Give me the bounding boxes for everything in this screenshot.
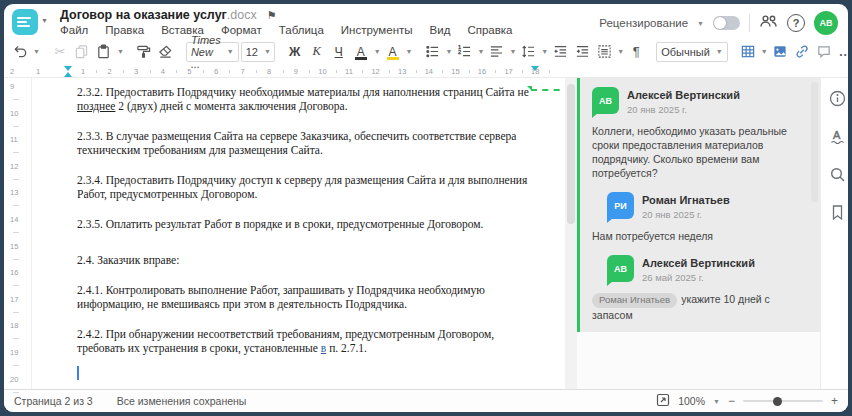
paragraph-2-4-2: 2.4.2. При обнаружении несоответствий тр… <box>77 328 541 355</box>
text-cursor <box>77 366 79 380</box>
left-indent-marker[interactable] <box>64 72 72 77</box>
bold-button[interactable]: Ж <box>285 41 305 63</box>
horizontal-ruler[interactable]: 21123456789101112131415161718 <box>4 65 848 78</box>
undo-button[interactable] <box>10 41 30 63</box>
borders-chevron-down-icon[interactable]: ▼ <box>617 48 624 55</box>
menu-view[interactable]: Вид <box>430 24 451 36</box>
menu-help[interactable]: Справка <box>467 24 512 36</box>
bookmark-icon[interactable] <box>829 204 846 225</box>
document-title-extension: .docx <box>227 8 257 22</box>
info-icon[interactable] <box>829 90 846 111</box>
comment-item: АВ Алексей Вертинский 20 янв 2025 г. Кол… <box>592 87 808 180</box>
cut-icon[interactable]: ✂ <box>50 41 70 63</box>
link-icon[interactable] <box>792 41 812 63</box>
italic-button[interactable]: К <box>307 41 327 63</box>
comment-text: Роман Игнатьевукажите 10 дней с запасом <box>592 292 808 322</box>
document-scrollbar[interactable] <box>565 78 577 389</box>
first-line-indent-marker[interactable] <box>64 66 72 71</box>
table-icon[interactable] <box>738 41 758 63</box>
underline-button[interactable]: Ч <box>329 41 349 63</box>
comment-date: 20 янв 2025 г. <box>627 104 740 115</box>
zoom-out-button[interactable]: − <box>728 394 735 408</box>
header-right: Рецензирование ▼ ? АВ <box>599 11 838 35</box>
logo-chevron-down-icon[interactable]: ▼ <box>41 17 48 24</box>
save-status-label: Все изменения сохранены <box>117 395 247 407</box>
comments-panel: АВ Алексей Вертинский 20 янв 2025 г. Кол… <box>577 78 820 389</box>
menu-edit[interactable]: Правка <box>105 24 144 36</box>
paragraph-2-3-4: 2.3.4. Предоставить Подрядчику доступ к … <box>77 174 541 201</box>
paragraph-borders-icon[interactable] <box>594 41 614 63</box>
main-area: 91011121314151617181920 2.3.2. Предостав… <box>4 78 848 389</box>
vertical-ruler[interactable]: 91011121314151617181920 <box>4 78 32 389</box>
font-color-chevron-down-icon[interactable]: ▼ <box>374 48 381 55</box>
align-chevron-down-icon[interactable]: ▼ <box>509 48 516 55</box>
format-painter-icon[interactable] <box>134 41 154 63</box>
zoom-in-button[interactable]: + <box>831 394 838 408</box>
font-color-button[interactable]: А <box>354 45 368 59</box>
mention-badge[interactable]: Роман Игнатьев <box>592 293 677 308</box>
comment-icon[interactable] <box>814 41 834 63</box>
line-spacing-icon[interactable] <box>518 41 538 63</box>
help-icon[interactable]: ? <box>787 14 805 32</box>
zoom-chevron-down-icon[interactable]: ▼ <box>713 398 720 405</box>
tracked-insertion: позднее <box>77 100 115 112</box>
comment-connector-arrow <box>527 86 532 91</box>
more-tools-button[interactable]: ... <box>836 41 848 63</box>
paragraph-style-select[interactable]: Обычный▼ <box>656 42 728 62</box>
search-icon[interactable] <box>829 166 846 187</box>
svg-text:2: 2 <box>458 49 461 55</box>
document-text[interactable]: 2.3.2. Предоставить Подрядчику необходим… <box>77 86 541 380</box>
numbered-list-chevron-down-icon[interactable]: ▼ <box>477 48 484 55</box>
review-chevron-down-icon[interactable]: ▼ <box>697 20 704 27</box>
toolbar: ▼ ✂ ▼ Times New ...▼ 12▼ Ж К Ч А▼ А▼ ▼ 1… <box>4 38 848 65</box>
numbered-list-icon[interactable]: 12 <box>454 41 474 63</box>
app-logo-icon[interactable] <box>12 9 38 35</box>
flag-icon[interactable]: ⚑ <box>267 9 277 21</box>
fit-page-icon[interactable] <box>656 393 670 409</box>
font-size-select[interactable]: 12▼ <box>241 42 275 62</box>
page-count-label[interactable]: Страница 2 из 3 <box>14 395 93 407</box>
comment-reply-item: РИ Роман Игнатьев 20 янв 2025 г. Нам пот… <box>592 192 808 243</box>
menu-table[interactable]: Таблица <box>279 24 324 36</box>
menu-format[interactable]: Формат <box>221 24 262 36</box>
collaborators-icon[interactable] <box>759 13 778 33</box>
clear-style-icon[interactable] <box>156 41 176 63</box>
font-name-select[interactable]: Times New ...▼ <box>186 42 239 62</box>
bullet-list-icon[interactable] <box>423 41 443 63</box>
line-spacing-chevron-down-icon[interactable]: ▼ <box>541 48 548 55</box>
document-title: Договор на оказание услуг.docx⚑ <box>60 8 277 22</box>
undo-chevron-down-icon[interactable]: ▼ <box>33 48 40 55</box>
copy-icon[interactable] <box>72 41 92 63</box>
menu-tools[interactable]: Инструменты <box>341 24 413 36</box>
comment-thread[interactable]: АВ Алексей Вертинский 20 янв 2025 г. Кол… <box>577 78 820 332</box>
bullet-list-chevron-down-icon[interactable]: ▼ <box>446 48 453 55</box>
table-chevron-down-icon[interactable]: ▼ <box>761 48 768 55</box>
pilcrow-icon[interactable]: ¶ <box>626 41 646 63</box>
decrease-indent-icon[interactable] <box>550 41 570 63</box>
comments-scrollbar[interactable] <box>811 82 818 202</box>
paragraph-2-4: 2.4. Заказчик вправе: <box>77 254 541 268</box>
right-sidebar: A <box>820 78 848 389</box>
zoom-slider-thumb[interactable] <box>773 397 782 406</box>
review-toggle[interactable] <box>713 16 740 30</box>
menu-file[interactable]: Файл <box>60 24 88 36</box>
align-icon[interactable] <box>486 41 506 63</box>
zoom-slider[interactable] <box>743 400 823 402</box>
comment-author: Алексей Вертинский <box>642 255 755 269</box>
spellcheck-icon[interactable]: A <box>829 128 846 149</box>
zoom-level-label[interactable]: 100% <box>678 395 705 407</box>
document-page[interactable]: 2.3.2. Предоставить Подрядчику необходим… <box>32 78 565 389</box>
increase-indent-icon[interactable] <box>572 41 592 63</box>
highlight-color-button[interactable]: А <box>386 45 400 59</box>
image-icon[interactable] <box>770 41 790 63</box>
comment-avatar: АВ <box>607 255 634 282</box>
paste-icon[interactable] <box>94 41 114 63</box>
user-avatar[interactable]: АВ <box>814 11 838 35</box>
highlight-chevron-down-icon[interactable]: ▼ <box>406 48 413 55</box>
menu-insert[interactable]: Вставка <box>161 24 204 36</box>
app-window: ▼ Договор на оказание услуг.docx⚑ Файл П… <box>4 4 848 412</box>
paste-chevron-down-icon[interactable]: ▼ <box>117 48 124 55</box>
comment-text: Коллеги, необходимо указать реальные сро… <box>592 124 808 180</box>
review-mode-label[interactable]: Рецензирование <box>599 17 688 29</box>
comment-reply-item: АВ Алексей Вертинский 26 май 2025 г. Ром… <box>592 255 808 322</box>
